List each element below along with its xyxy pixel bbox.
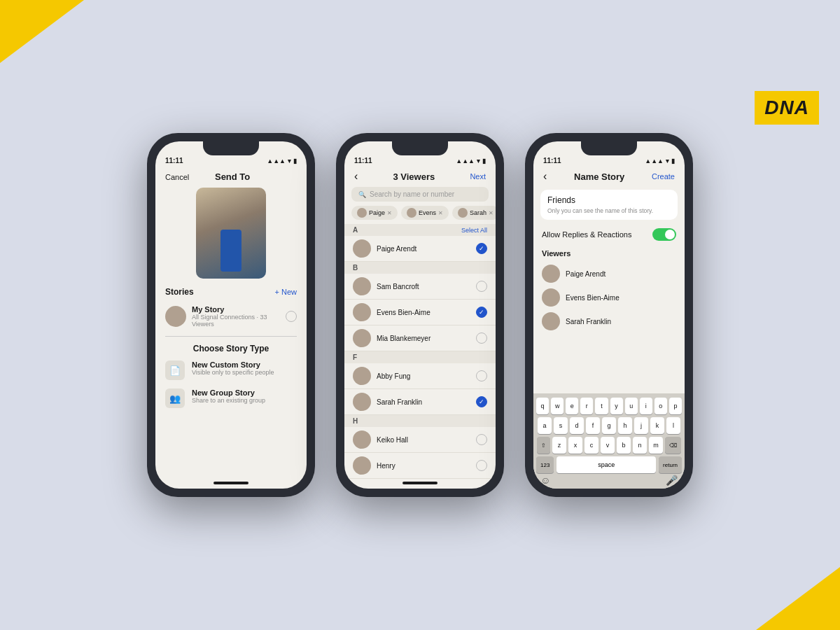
phone-2: 11:11 ▲▲▲ ▾ ▮ ‹ 3 Viewers Next 🔍 Search …	[336, 133, 504, 497]
contact-paige-check[interactable]: ✓	[476, 243, 487, 254]
phone-1-status-bar: 11:11 ▲▲▲ ▾ ▮	[155, 155, 307, 167]
cancel-button[interactable]: Cancel	[165, 173, 189, 181]
group-story-option[interactable]: 👥 New Group Story Share to an existing g…	[165, 388, 297, 408]
contact-sarah-f[interactable]: Sarah Franklin ✓	[344, 389, 496, 415]
key-c[interactable]: c	[584, 437, 598, 454]
contact-keiko-check[interactable]	[476, 434, 487, 445]
key-q[interactable]: q	[536, 398, 549, 414]
selected-tags-row: Paige ✕ Evens ✕ Sarah ✕	[344, 206, 496, 224]
contact-henry-check[interactable]	[476, 460, 487, 471]
mic-button[interactable]: 🎤	[666, 475, 678, 486]
delete-key[interactable]: ⌫	[665, 437, 681, 454]
key-a[interactable]: a	[538, 417, 552, 434]
section-h: H Keiko Hall Henry	[344, 415, 496, 479]
keyboard-row-3: ⇧ z x c v b n m ⌫	[536, 437, 682, 454]
viewer-sarah-name: Sarah Franklin	[566, 318, 611, 326]
phone-3-time: 11:11	[543, 157, 561, 164]
contact-henry-avatar	[353, 456, 371, 475]
contact-sam[interactable]: Sam Bancroft	[344, 274, 496, 300]
tag-sarah[interactable]: Sarah ✕	[452, 206, 496, 220]
contact-mia-check[interactable]	[476, 332, 487, 344]
my-story-item[interactable]: My Story All Signal Connections · 33 Vie…	[155, 301, 307, 332]
key-123[interactable]: 123	[536, 456, 554, 473]
select-all-button[interactable]: Select All	[461, 227, 487, 234]
key-r[interactable]: r	[580, 398, 593, 414]
return-key[interactable]: return	[659, 456, 682, 473]
search-bar[interactable]: 🔍 Search by name or number	[351, 187, 489, 202]
my-story-radio[interactable]	[286, 311, 297, 322]
tag-evens[interactable]: Evens ✕	[401, 206, 449, 220]
key-w[interactable]: w	[551, 398, 564, 414]
contact-keiko-name: Keiko Hall	[377, 436, 470, 444]
section-a: A Select All Paige Arendt ✓	[344, 224, 496, 262]
emoji-button[interactable]: ☺	[540, 475, 550, 486]
contact-mia-avatar	[353, 329, 371, 347]
key-z[interactable]: z	[552, 437, 566, 454]
contact-keiko[interactable]: Keiko Hall	[344, 427, 496, 453]
stories-label: Stories	[165, 287, 194, 297]
contact-abby-check[interactable]	[476, 370, 487, 382]
key-y[interactable]: y	[610, 398, 623, 414]
new-story-button[interactable]: + New	[275, 288, 298, 296]
contact-evens-name: Evens Bien-Aime	[377, 309, 470, 316]
key-t[interactable]: t	[595, 398, 608, 414]
key-e[interactable]: e	[566, 398, 578, 414]
key-j[interactable]: j	[634, 417, 648, 434]
signal-icon-2: ▲▲▲	[456, 158, 475, 164]
my-story-subtitle: All Signal Connections · 33 Viewers	[192, 314, 280, 328]
key-f[interactable]: f	[586, 417, 600, 434]
contact-abby[interactable]: Abby Fung	[344, 363, 496, 389]
contact-abby-name: Abby Fung	[377, 372, 470, 380]
key-v[interactable]: v	[601, 437, 615, 454]
tag-paige-avatar	[357, 208, 367, 218]
tag-evens-remove[interactable]: ✕	[438, 210, 443, 216]
allow-replies-toggle[interactable]	[652, 228, 676, 241]
next-button[interactable]: Next	[470, 172, 486, 181]
back-button-3[interactable]: ‹	[543, 170, 547, 183]
contact-evens-check[interactable]: ✓	[476, 307, 487, 318]
tag-paige-remove[interactable]: ✕	[387, 210, 392, 216]
contact-mia[interactable]: Mia Blankemeyer	[344, 326, 496, 351]
contact-henry[interactable]: Henry	[344, 453, 496, 479]
story-name-value[interactable]: Friends	[547, 195, 671, 205]
key-k[interactable]: k	[650, 417, 664, 434]
key-u[interactable]: u	[625, 398, 638, 414]
custom-story-option[interactable]: 📄 New Custom Story Visible only to speci…	[165, 360, 297, 380]
key-x[interactable]: x	[568, 437, 582, 454]
tag-evens-avatar	[407, 208, 416, 218]
back-button[interactable]: ‹	[354, 170, 358, 183]
space-key[interactable]: space	[556, 456, 656, 473]
contact-henry-name: Henry	[377, 462, 470, 470]
wifi-icon-3: ▾	[666, 158, 669, 164]
viewers-label: Viewers	[542, 249, 676, 258]
shift-key[interactable]: ⇧	[537, 437, 550, 454]
tag-paige[interactable]: Paige ✕	[351, 206, 398, 220]
key-d[interactable]: d	[570, 417, 584, 434]
key-p[interactable]: p	[669, 398, 682, 414]
key-b[interactable]: b	[617, 437, 631, 454]
key-l[interactable]: l	[666, 417, 680, 434]
key-o[interactable]: o	[654, 398, 667, 414]
phone-1-header: Cancel Send To	[155, 167, 307, 188]
story-name-input[interactable]: Friends Only you can see the name of thi…	[540, 190, 678, 220]
contact-paige-arendt[interactable]: Paige Arendt ✓	[344, 236, 496, 262]
key-g[interactable]: g	[602, 417, 616, 434]
group-story-name: New Group Story	[192, 388, 265, 397]
battery-icon-2: ▮	[482, 158, 486, 164]
contact-keiko-avatar	[353, 430, 371, 449]
signal-icon: ▲▲▲	[267, 158, 286, 164]
phone-1-home-bar	[214, 482, 248, 484]
key-h[interactable]: h	[618, 417, 632, 434]
key-m[interactable]: m	[649, 437, 663, 454]
key-s[interactable]: s	[554, 417, 568, 434]
contact-sam-check[interactable]	[476, 281, 487, 292]
key-n[interactable]: n	[633, 437, 647, 454]
create-button[interactable]: Create	[652, 172, 675, 181]
contact-sarah-f-check[interactable]: ✓	[476, 396, 487, 407]
section-b-header: B	[344, 262, 496, 274]
key-i[interactable]: i	[640, 398, 652, 414]
phones-container: 11:11 ▲▲▲ ▾ ▮ Cancel Send To Stories + N…	[0, 0, 840, 630]
contact-evens[interactable]: Evens Bien-Aime ✓	[344, 300, 496, 326]
tag-sarah-remove[interactable]: ✕	[489, 210, 493, 216]
phone-1-screen: 11:11 ▲▲▲ ▾ ▮ Cancel Send To Stories + N…	[155, 141, 307, 489]
